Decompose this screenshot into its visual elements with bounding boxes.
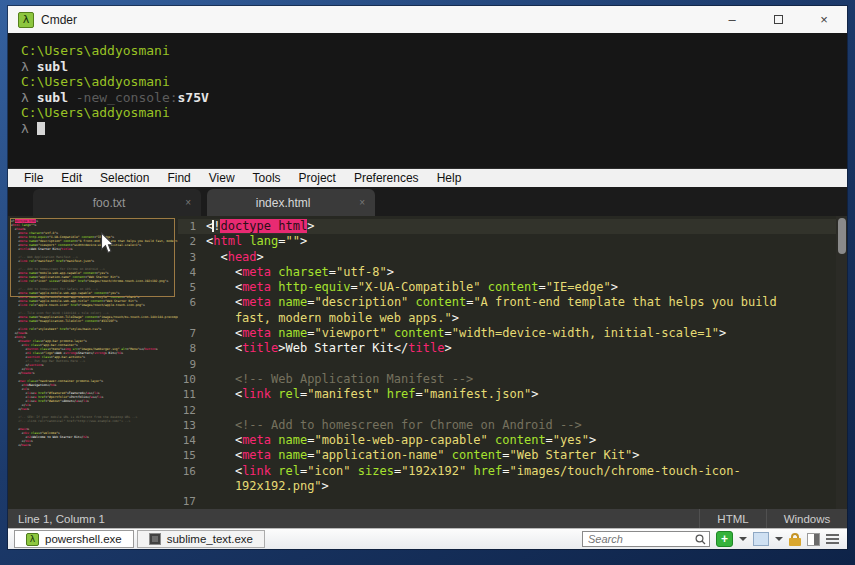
tab-close-icon[interactable]: ×: [185, 197, 191, 208]
code-line: 14<meta name="mobile-web-app-capable" co…: [178, 433, 847, 448]
editor-tab-index.html[interactable]: index.html×: [207, 189, 375, 216]
menu-item-edit[interactable]: Edit: [52, 169, 91, 187]
title-bar[interactable]: λ Cmder – ×: [8, 6, 847, 33]
cmder-logo-icon: λ: [18, 12, 34, 28]
code-line: 16<link rel="icon" sizes="192x192" href=…: [178, 464, 847, 495]
sublime-text-icon: [149, 533, 161, 545]
menu-item-tools[interactable]: Tools: [244, 169, 290, 187]
menu-item-project[interactable]: Project: [290, 169, 345, 187]
line-number: 11: [178, 387, 206, 402]
search-icon: [695, 534, 706, 545]
console-window-button[interactable]: [753, 532, 769, 546]
terminal-output[interactable]: C:\Users\addyosmaniλ sublC:\Users\addyos…: [8, 33, 847, 168]
editor-scrollbar-thumb[interactable]: [838, 218, 846, 254]
editor-scrollbar[interactable]: [836, 216, 847, 509]
powershell-lambda-icon: λ: [26, 533, 39, 546]
terminal-line: C:\Users\addyosmani: [21, 43, 847, 59]
task-tab-label: powershell.exe: [45, 533, 122, 545]
close-button[interactable]: ×: [801, 6, 847, 33]
line-number: 4: [178, 265, 206, 280]
line-number: 8: [178, 341, 206, 356]
editor-area[interactable]: <!doctype html><html lang=""> <head> <me…: [8, 216, 847, 509]
code-line: 8<title>Web Starter Kit</title>: [178, 341, 847, 356]
line-number: 3: [178, 250, 206, 265]
terminal-line: λ subl -new_console:s75V: [21, 90, 847, 106]
menu-item-help[interactable]: Help: [428, 169, 471, 187]
tab-close-icon[interactable]: ×: [359, 197, 365, 208]
code-line: 11<link rel="manifest" href="manifest.js…: [178, 387, 847, 402]
code-line: 5<meta http-equiv="X-UA-Compatible" cont…: [178, 280, 847, 295]
terminal-line: C:\Users\addyosmani: [21, 74, 847, 90]
cursor-position-label: Line 1, Column 1: [18, 513, 105, 525]
line-number: 7: [178, 326, 206, 341]
line-number: 1: [178, 219, 206, 234]
task-tab-label: sublime_text.exe: [167, 533, 253, 545]
code-pane[interactable]: 1<!doctype html>2<html lang="">3<head>4<…: [178, 216, 847, 509]
cmder-task-bar: λpowershell.exesublime_text.exe +: [8, 528, 847, 549]
line-number: 5: [178, 280, 206, 295]
line-number: 12: [178, 403, 206, 418]
menu-icon[interactable]: [826, 534, 839, 544]
minimap-row: <link rel="icon" sizes="192x192" href="i…: [11, 279, 178, 283]
minimap[interactable]: <!doctype html><html lang=""> <head> <me…: [8, 216, 178, 509]
syntax-selector[interactable]: HTML: [700, 509, 766, 528]
sublime-status-bar: Line 1, Column 1 HTML Windows: [8, 509, 847, 528]
console-dropdown-icon[interactable]: [775, 537, 783, 541]
lock-icon[interactable]: [789, 533, 801, 546]
split-panel-icon[interactable]: [807, 533, 820, 546]
search-box[interactable]: [582, 531, 710, 547]
menu-item-preferences[interactable]: Preferences: [345, 169, 428, 187]
editor-tab-foo.txt[interactable]: foo.txt×: [33, 189, 201, 216]
code-line: 12: [178, 403, 847, 418]
code-line: 7<meta name="viewport" content="width=de…: [178, 326, 847, 341]
sublime-menu-bar: FileEditSelectionFindViewToolsProjectPre…: [8, 168, 847, 187]
code-line: 10<!-- Web Application Manifest -->: [178, 372, 847, 387]
line-number: 6: [178, 295, 206, 326]
minimize-button[interactable]: –: [709, 6, 755, 33]
line-number: 9: [178, 357, 206, 372]
line-number: 14: [178, 433, 206, 448]
tab-label: index.html: [207, 196, 359, 210]
sublime-tab-bar: foo.txt×index.html×: [8, 187, 847, 216]
terminal-cursor: [37, 122, 45, 135]
code-line: 3<head>: [178, 250, 847, 265]
menu-item-file[interactable]: File: [15, 169, 52, 187]
maximize-button[interactable]: [755, 6, 801, 33]
line-endings-selector[interactable]: Windows: [767, 509, 847, 528]
code-line: 9: [178, 357, 847, 372]
minimap-row: </main>: [11, 443, 178, 447]
search-input[interactable]: [588, 533, 695, 545]
code-line: 17: [178, 494, 847, 509]
code-line: 4<meta charset="utf-8">: [178, 265, 847, 280]
terminal-line: C:\Users\addyosmani: [21, 105, 847, 121]
window-title: Cmder: [41, 13, 77, 27]
tab-label: foo.txt: [33, 196, 185, 210]
code-line: 13<!-- Add to homescreen for Chrome on A…: [178, 418, 847, 433]
menu-item-view[interactable]: View: [200, 169, 244, 187]
code-line: 15<meta name="application-name" content=…: [178, 448, 847, 463]
task-tab-sublime_text.exe[interactable]: sublime_text.exe: [137, 530, 265, 548]
code-line: 2<html lang="">: [178, 234, 847, 249]
line-number: 13: [178, 418, 206, 433]
line-number: 17: [178, 494, 206, 509]
code-line: 1<!doctype html>: [178, 219, 847, 234]
line-number: 10: [178, 372, 206, 387]
line-number: 16: [178, 464, 206, 495]
cmder-window: λ Cmder – × C:\Users\addyosmaniλ sublC:\…: [8, 6, 847, 549]
new-console-dropdown-icon[interactable]: [739, 537, 747, 541]
menu-item-find[interactable]: Find: [158, 169, 199, 187]
terminal-line: λ subl: [21, 59, 847, 75]
line-number: 15: [178, 448, 206, 463]
terminal-line: λ: [21, 121, 847, 137]
new-console-button[interactable]: +: [716, 531, 733, 547]
task-tab-powershell.exe[interactable]: λpowershell.exe: [14, 530, 134, 548]
maximize-icon: [774, 15, 783, 24]
mouse-cursor-icon: [100, 232, 117, 259]
menu-item-selection[interactable]: Selection: [91, 169, 158, 187]
code-line: 6<meta name="description" content="A fro…: [178, 295, 847, 326]
line-number: 2: [178, 234, 206, 249]
